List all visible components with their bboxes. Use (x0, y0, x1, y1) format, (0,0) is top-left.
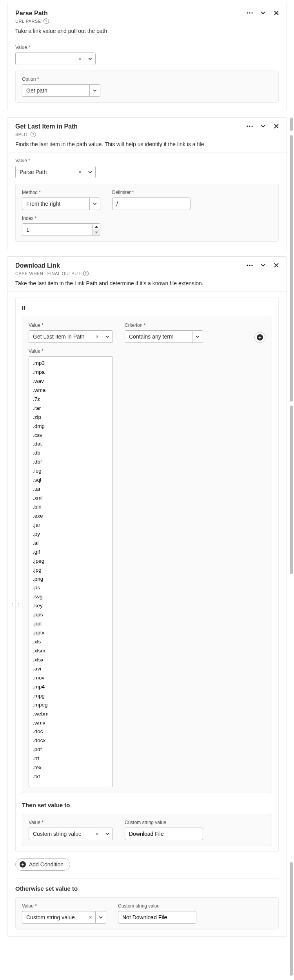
clear-icon[interactable]: × (78, 169, 82, 175)
info-icon[interactable]: ? (31, 132, 36, 137)
chevron-down-icon[interactable] (102, 828, 113, 840)
value-label: Value (29, 820, 113, 825)
svg-point-6 (247, 264, 248, 266)
scrollbar-thumb[interactable] (290, 406, 293, 574)
delimiter-label: Delimiter (112, 190, 191, 195)
svg-point-7 (249, 264, 250, 266)
value-label: Value (29, 348, 265, 354)
card-get-last-item: Get Last Item in Path SPLIT ? Finds the … (7, 117, 287, 249)
chevron-down-icon[interactable] (95, 911, 106, 924)
scrollbar-thumb[interactable] (290, 118, 293, 131)
more-icon[interactable] (246, 122, 254, 130)
otherwise-value-select[interactable]: Custom string value × (22, 911, 95, 924)
value-label: Value (29, 322, 113, 328)
card-download-link: Download Link CASE WHEN · FINAL OUTPUT ?… (7, 256, 287, 937)
index-input[interactable] (22, 223, 93, 236)
method-label: Method (22, 190, 100, 195)
stepper-up-icon[interactable] (93, 223, 100, 230)
chevron-down-icon[interactable] (192, 330, 203, 343)
if-heading: If (22, 304, 272, 311)
card-subtitle: CASE WHEN · FINAL OUTPUT ? (15, 271, 279, 276)
chevron-down-icon[interactable] (89, 84, 100, 97)
value-label: Value (15, 45, 279, 50)
clear-icon[interactable]: × (89, 914, 92, 920)
method-select[interactable]: From the right (22, 197, 89, 210)
then-value-select[interactable]: Custom string value × (29, 828, 102, 840)
chevron-down-icon[interactable] (259, 9, 267, 17)
index-label: Index (22, 216, 272, 221)
card-subtitle: SPLIT ? (15, 132, 279, 137)
terms-textarea[interactable] (29, 356, 113, 787)
criterion-label: Criterion (125, 322, 203, 328)
otherwise-heading: Otherwise set value to (15, 885, 279, 892)
criterion-select[interactable]: Contains any term (125, 330, 192, 343)
value-input[interactable]: × (15, 53, 85, 65)
card-description: Finds the last item in the path value. T… (15, 141, 279, 147)
otherwise-custom-input[interactable] (118, 911, 196, 924)
more-icon[interactable] (246, 261, 254, 269)
if-value-select[interactable]: Get Last Item in Path × (29, 330, 102, 343)
info-icon[interactable]: ? (44, 18, 49, 24)
close-icon[interactable] (272, 9, 280, 17)
then-custom-input[interactable] (125, 828, 203, 840)
chevron-down-icon[interactable] (85, 166, 96, 178)
chevron-down-icon[interactable] (85, 53, 96, 65)
value-label: Value (15, 158, 279, 163)
value-label: Value (22, 903, 106, 909)
then-heading: Then set value to (22, 802, 272, 808)
svg-point-8 (251, 264, 252, 266)
more-icon[interactable] (246, 9, 254, 17)
svg-point-3 (247, 125, 248, 127)
svg-point-5 (251, 125, 252, 127)
scrollbar-thumb[interactable] (290, 862, 293, 948)
value-select[interactable]: Parse Path × (15, 166, 85, 178)
option-select[interactable]: Get path (22, 84, 89, 97)
svg-point-4 (249, 125, 250, 127)
card-title: Parse Path (15, 10, 279, 17)
custom-string-label: Custom string value (118, 903, 196, 909)
chevron-down-icon[interactable] (259, 122, 267, 130)
chevron-down-icon[interactable] (102, 330, 113, 343)
close-icon[interactable] (272, 122, 280, 130)
svg-point-0 (247, 12, 248, 13)
card-title: Get Last Item in Path (15, 123, 279, 130)
drag-handle-icon[interactable]: ⋮⋮ (10, 602, 22, 608)
add-criterion-button[interactable]: ＋ (254, 332, 265, 343)
chevron-down-icon[interactable] (259, 261, 267, 269)
scrollbar-thumb[interactable] (290, 135, 293, 402)
info-icon[interactable]: ? (83, 271, 89, 276)
svg-point-2 (251, 12, 252, 13)
add-condition-button[interactable]: ＋ Add Condition (15, 858, 70, 871)
delimiter-input[interactable] (112, 197, 191, 210)
card-title: Download Link (15, 262, 279, 269)
clear-icon[interactable]: × (96, 333, 99, 340)
card-description: Take a link value and pull out the path (15, 28, 279, 34)
clear-icon[interactable]: × (96, 831, 99, 837)
stepper-down-icon[interactable] (93, 230, 100, 236)
card-parse-path: Parse Path URL PARSE ? Take a link value… (7, 4, 287, 110)
clear-icon[interactable]: × (78, 56, 82, 62)
card-subtitle: URL PARSE ? (15, 18, 279, 24)
close-icon[interactable] (272, 261, 280, 269)
chevron-down-icon[interactable] (89, 197, 100, 210)
svg-point-1 (249, 12, 250, 13)
custom-string-label: Custom string value (125, 820, 203, 825)
card-description: Take the last item in the Link Path and … (15, 280, 279, 286)
option-label: Option (22, 76, 272, 82)
